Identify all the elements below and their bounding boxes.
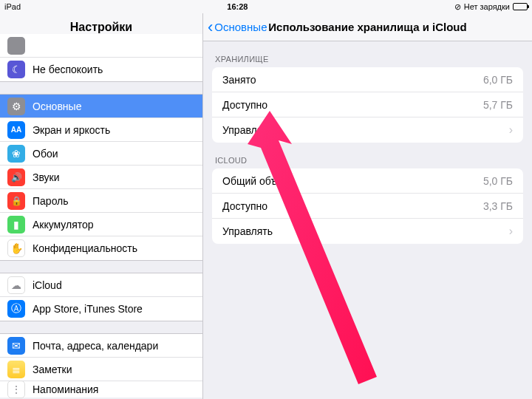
sidebar-item-label: Заметки bbox=[33, 364, 72, 375]
row-icloud-available: Доступно 3,3 ГБ bbox=[212, 194, 523, 219]
reminders-icon: ⋮ bbox=[7, 381, 25, 398]
sidebar-item-label: Аккумулятор bbox=[33, 219, 94, 231]
sidebar-item-label: App Store, iTunes Store bbox=[33, 303, 143, 315]
back-button[interactable]: ‹ Основные bbox=[203, 19, 267, 35]
row-icloud-total: Общий объём 5,0 ГБ bbox=[212, 168, 523, 194]
sidebar-item-mail[interactable]: ✉ Почта, адреса, календари bbox=[0, 334, 202, 358]
sidebar-item-label: Пароль bbox=[33, 195, 69, 207]
hand-icon: ✋ bbox=[7, 239, 25, 257]
sidebar-item-icloud[interactable]: ☁ iCloud bbox=[0, 273, 202, 297]
sidebar-item-dnd[interactable]: ☾ Не беспокоить bbox=[0, 58, 202, 81]
sidebar-item-label: iCloud bbox=[33, 279, 62, 291]
sidebar-item-label: Почта, адреса, календари bbox=[33, 340, 158, 352]
sidebar-item-label: Напоминания bbox=[33, 383, 98, 395]
unknown-icon bbox=[7, 37, 25, 55]
row-storage-used: Занято 6,0 ГБ bbox=[212, 67, 523, 92]
aa-icon: AA bbox=[7, 121, 25, 139]
back-label: Основные bbox=[214, 21, 267, 33]
sidebar-item-label: Экран и яркость bbox=[33, 124, 110, 136]
charging-indicator-icon: ⊘ bbox=[454, 2, 461, 12]
sidebar-item-sounds[interactable]: 🔊 Звуки bbox=[0, 166, 202, 189]
storage-available-value: 5,7 ГБ bbox=[483, 99, 513, 111]
lock-icon: 🔒 bbox=[7, 192, 25, 210]
sidebar-item-truncated[interactable] bbox=[0, 34, 202, 58]
sidebar-item-label: Конфиденциальность bbox=[33, 242, 137, 254]
sidebar-item-reminders[interactable]: ⋮ Напоминания bbox=[0, 381, 202, 398]
sidebar-group-3: ☁ iCloud Ⓐ App Store, iTunes Store bbox=[0, 273, 202, 321]
sidebar-item-display[interactable]: AA Экран и яркость bbox=[0, 118, 202, 142]
section-header: ICLOUD bbox=[203, 143, 532, 168]
detail-pane: ‹ Основные Использование хранилища и iCl… bbox=[203, 13, 532, 399]
gear-icon: ⚙ bbox=[7, 98, 25, 115]
mail-icon: ✉ bbox=[7, 337, 25, 355]
sidebar-item-battery[interactable]: ▮ Аккумулятор bbox=[0, 213, 202, 236]
icloud-total-value: 5,0 ГБ bbox=[483, 175, 513, 187]
settings-sidebar: Настройки ☾ Не беспокоить ⚙ Основные bbox=[0, 13, 203, 399]
row-storage-available: Доступно 5,7 ГБ bbox=[212, 92, 523, 117]
cloud-icon: ☁ bbox=[7, 276, 25, 294]
sidebar-item-label: Основные bbox=[33, 100, 81, 112]
battery-icon bbox=[513, 3, 528, 10]
speaker-icon: 🔊 bbox=[7, 168, 25, 186]
sidebar-item-privacy[interactable]: ✋ Конфиденциальность bbox=[0, 236, 202, 260]
moon-icon: ☾ bbox=[7, 61, 25, 78]
detail-header: ‹ Основные Использование хранилища и iCl… bbox=[203, 13, 532, 41]
chevron-left-icon: ‹ bbox=[208, 19, 213, 35]
battery-icon: ▮ bbox=[7, 216, 25, 233]
sidebar-item-general[interactable]: ⚙ Основные bbox=[0, 95, 202, 118]
chevron-right-icon: › bbox=[509, 123, 513, 137]
section-icloud: ICLOUD Общий объём 5,0 ГБ Доступно 3,3 Г… bbox=[203, 143, 532, 244]
notes-icon: ≣ bbox=[7, 361, 25, 378]
sidebar-group-2: ⚙ Основные AA Экран и яркость ❀ Обои 🔊 З… bbox=[0, 94, 202, 261]
sidebar-item-wallpaper[interactable]: ❀ Обои bbox=[0, 142, 202, 166]
sidebar-item-label: Звуки bbox=[33, 171, 60, 183]
storage-used-value: 6,0 ГБ bbox=[483, 74, 513, 86]
section-header: ХРАНИЛИЩЕ bbox=[203, 41, 532, 67]
clock: 16:28 bbox=[21, 2, 454, 11]
sidebar-item-label: Не беспокоить bbox=[33, 64, 103, 75]
section-storage: ХРАНИЛИЩЕ Занято 6,0 ГБ Доступно 5,7 ГБ … bbox=[203, 41, 532, 143]
flower-icon: ❀ bbox=[7, 145, 25, 163]
sidebar-item-appstore[interactable]: Ⓐ App Store, iTunes Store bbox=[0, 297, 202, 321]
row-icloud-manage[interactable]: Управлять › bbox=[212, 219, 523, 244]
sidebar-item-passcode[interactable]: 🔒 Пароль bbox=[0, 189, 202, 213]
icloud-available-value: 3,3 ГБ bbox=[483, 200, 513, 212]
appstore-icon: Ⓐ bbox=[7, 300, 25, 318]
sidebar-group-4: ✉ Почта, адреса, календари ≣ Заметки ⋮ Н… bbox=[0, 333, 202, 398]
row-storage-manage[interactable]: Управлять › bbox=[212, 117, 523, 143]
sidebar-item-label: Обои bbox=[33, 148, 58, 160]
chevron-right-icon: › bbox=[509, 225, 513, 238]
sidebar-item-notes[interactable]: ≣ Заметки bbox=[0, 358, 202, 381]
sidebar-group-1: ☾ Не беспокоить bbox=[0, 34, 202, 82]
charging-label: Нет зарядки bbox=[464, 2, 510, 11]
device-label: iPad bbox=[4, 2, 21, 11]
status-bar: iPad 16:28 ⊘ Нет зарядки bbox=[0, 0, 532, 13]
